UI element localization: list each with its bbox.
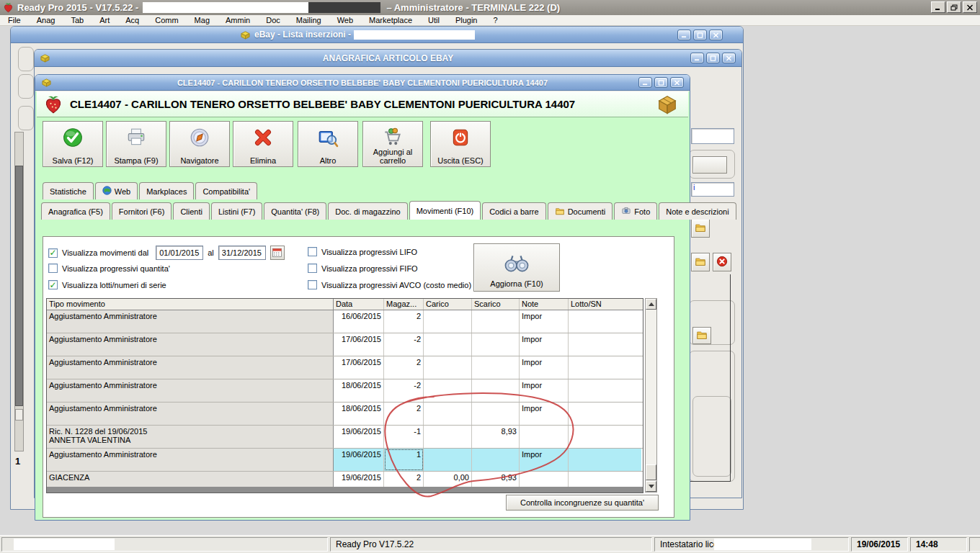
column-header[interactable]: Data <box>334 299 384 310</box>
table-row[interactable]: Aggiustamento Amministratore 18/06/2015 … <box>47 403 643 426</box>
column-header[interactable]: Tipo movimento <box>47 299 334 310</box>
tab-doc-magazzino[interactable]: Doc. di magazzino <box>328 202 408 220</box>
table-scrollbar[interactable] <box>645 298 657 493</box>
strawberry-icon <box>43 94 64 114</box>
background-text-field[interactable] <box>691 128 734 144</box>
scrollbar-thumb[interactable] <box>15 166 23 406</box>
tab-listini[interactable]: Listini (F7) <box>211 202 262 220</box>
date-to-input[interactable] <box>218 246 266 260</box>
minimize-button[interactable] <box>638 77 652 88</box>
close-button[interactable] <box>963 1 977 13</box>
add-to-cart-button[interactable]: Aggiungi al carrello <box>362 121 423 167</box>
red-x-circle-icon <box>716 256 728 269</box>
tab-fornitori[interactable]: Fornitori (F6) <box>112 202 172 220</box>
menu-web[interactable]: Web <box>329 16 361 24</box>
tab-web[interactable]: Web <box>95 182 138 199</box>
checkbox-visualizza-movimenti[interactable]: ✓ <box>48 248 58 258</box>
menu-doc[interactable]: Doc <box>258 16 288 24</box>
table-row[interactable]: Ric. N. 1228 del 19/06/2015 ANNETTA VALE… <box>47 426 643 449</box>
tab-movimenti[interactable]: Movimenti (F10) <box>409 201 481 220</box>
folder-icon <box>555 207 565 217</box>
folder-button[interactable] <box>691 253 710 271</box>
selected-cell[interactable]: 1 <box>384 449 424 471</box>
checkbox-progressivi-fifo[interactable] <box>308 264 317 273</box>
save-button[interactable]: Salva (F12) <box>43 121 103 167</box>
scrollbar-box[interactable] <box>15 409 23 421</box>
column-header[interactable]: Magaz... <box>384 299 424 310</box>
folder-button[interactable] <box>692 327 711 344</box>
menu-mag[interactable]: Mag <box>187 16 218 24</box>
tab-codici-barre[interactable]: Codici a barre <box>482 202 545 220</box>
tab-foto[interactable]: Foto <box>614 202 657 220</box>
tab-note-descrizioni[interactable]: Note e descrizioni <box>659 202 736 220</box>
tab-documenti[interactable]: Documenti <box>548 202 613 220</box>
background-button[interactable] <box>692 156 727 174</box>
refresh-button[interactable]: Aggiorna (F10) <box>473 243 560 292</box>
restore-button[interactable] <box>947 1 961 13</box>
tab-markplaces[interactable]: Markplaces <box>139 182 194 199</box>
ebay-left-scrollbar[interactable] <box>14 132 24 451</box>
table-row-giacenza[interactable]: GIACENZA 19/06/2015 2 0,00 8,93 <box>47 472 643 487</box>
menu-file[interactable]: File <box>0 16 29 24</box>
menu-anag[interactable]: Anag <box>29 16 63 24</box>
scroll-up-button[interactable] <box>646 299 656 310</box>
checkbox-progressivi-lifo[interactable] <box>308 247 317 256</box>
tab-statistiche[interactable]: Statistiche <box>43 182 94 199</box>
navigator-button[interactable]: Navigatore <box>169 121 230 167</box>
background-text-field[interactable]: i <box>691 182 734 197</box>
checkbox-label: Visualizza progressivi AVCO (costo medio… <box>321 281 471 289</box>
compass-icon <box>189 127 210 151</box>
date-from-input[interactable] <box>156 246 203 260</box>
delete-button[interactable] <box>713 253 731 271</box>
close-button[interactable] <box>670 77 684 88</box>
anagrafica-window-titlebar[interactable]: ANAGRAFICA ARTICOLO EBAY <box>35 50 741 67</box>
table-row-selected[interactable]: Aggiustamento Amministratore 19/06/2015 … <box>47 449 643 472</box>
article-window-titlebar[interactable]: CLE14407 - CARILLON TENERO ORSETTO BELBE… <box>35 75 690 91</box>
close-button[interactable] <box>722 53 736 63</box>
check-quantity-button[interactable]: Controlla incongruenze su quantita' <box>506 495 659 511</box>
minimize-button[interactable] <box>677 30 691 40</box>
checkbox-lotti-serie[interactable]: ✓ <box>48 280 58 289</box>
menu-tab[interactable]: Tab <box>63 16 92 24</box>
menu-acq[interactable]: Acq <box>117 16 147 24</box>
tab-compatibilita[interactable]: Compatibilita' <box>195 182 257 199</box>
minimize-button[interactable] <box>931 1 945 13</box>
table-row[interactable]: Aggiustamento Amministratore 16/06/2015 … <box>47 310 643 333</box>
menu-marketplace[interactable]: Marketplace <box>361 16 420 24</box>
tab-clienti[interactable]: Clienti <box>173 202 210 220</box>
checkbox-progressivi-avco[interactable] <box>308 280 317 289</box>
more-button[interactable]: Altro <box>298 121 358 167</box>
ebay-window-titlebar[interactable]: eBay - Lista inserzioni - <box>11 27 743 43</box>
tab-anagrafica[interactable]: Anagrafica (F5) <box>41 202 110 220</box>
scroll-down-button[interactable] <box>646 481 656 492</box>
maximize-button[interactable] <box>693 30 707 40</box>
folder-button[interactable] <box>691 219 710 238</box>
maximize-button[interactable] <box>706 53 720 63</box>
maximize-button[interactable] <box>654 77 668 88</box>
column-header[interactable]: Carico <box>424 299 472 310</box>
menu-comm[interactable]: Comm <box>147 16 186 24</box>
checkbox-progressivi-quantita[interactable] <box>48 264 58 273</box>
scrollbar-thumb[interactable] <box>646 464 656 480</box>
menu-util[interactable]: Util <box>420 16 447 24</box>
menu-mailing[interactable]: Mailing <box>288 16 329 24</box>
print-button[interactable]: Stampa (F9) <box>106 121 166 167</box>
menu-art[interactable]: Art <box>92 16 117 24</box>
minimize-button[interactable] <box>690 53 704 63</box>
exit-button[interactable]: Uscita (ESC) <box>430 121 491 167</box>
menu-plugin[interactable]: Plugin <box>447 16 486 24</box>
close-button[interactable] <box>709 30 723 40</box>
tab-quantita[interactable]: Quantita' (F8) <box>264 202 326 220</box>
column-header[interactable]: Lotto/SN <box>569 299 641 310</box>
menu-help[interactable]: ? <box>485 16 505 24</box>
calendar-button[interactable] <box>270 246 285 260</box>
table-row[interactable]: Aggiustamento Amministratore 18/06/2015 … <box>47 379 643 403</box>
column-header[interactable]: Scarico <box>472 299 520 310</box>
column-header[interactable]: Note <box>520 299 569 310</box>
delete-button[interactable]: Elimina <box>233 121 293 167</box>
binoculars-icon <box>503 253 530 276</box>
ebay-left-button-fragment <box>18 74 34 99</box>
table-row[interactable]: Aggiustamento Amministratore 17/06/2015 … <box>47 333 643 356</box>
table-row[interactable]: Aggiustamento Amministratore 17/06/2015 … <box>47 356 643 379</box>
menu-ammin[interactable]: Ammin <box>218 16 258 24</box>
